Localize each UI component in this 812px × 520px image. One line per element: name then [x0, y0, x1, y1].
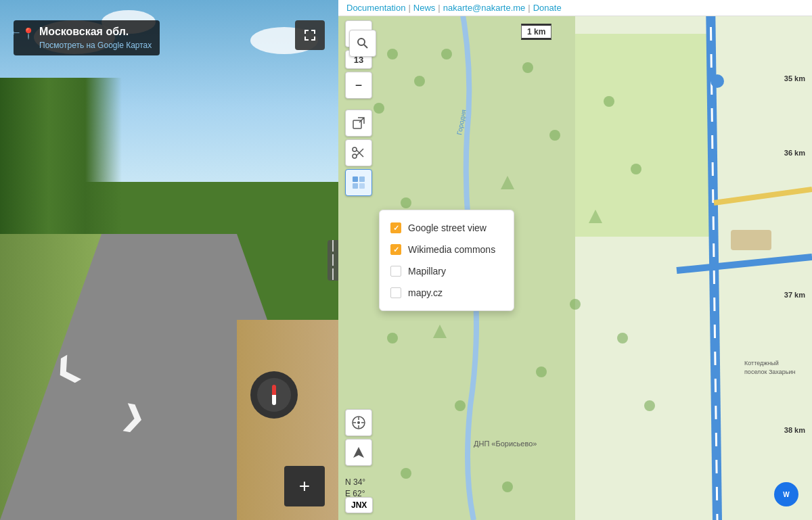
nav-donate[interactable]: Donate — [533, 3, 562, 13]
svg-text:Коттеджный: Коттеджный — [744, 360, 779, 367]
svg-point-5 — [374, 103, 384, 114]
spacer — [345, 101, 372, 107]
svg-point-13 — [570, 299, 581, 310]
svg-line-40 — [364, 45, 367, 48]
svg-text:поселок Захарьин: поселок Захарьин — [744, 369, 795, 375]
svg-rect-35 — [353, 176, 358, 182]
sep1: | — [408, 3, 410, 13]
compass-needle — [272, 385, 276, 405]
svg-point-16 — [536, 367, 547, 377]
compass-button[interactable] — [250, 371, 298, 419]
expand-icon — [303, 28, 317, 42]
svg-point-4 — [414, 76, 425, 87]
svg-point-28 — [710, 74, 724, 88]
svg-text:W: W — [783, 491, 790, 498]
sep3: | — [528, 3, 530, 13]
scissors-icon — [351, 145, 366, 160]
search-button[interactable] — [349, 30, 376, 57]
compass-map-icon — [351, 415, 366, 430]
km-marker-36: 36 km — [784, 149, 805, 157]
km-marker-38: 38 km — [784, 426, 805, 434]
compass-south — [272, 395, 276, 405]
nav-email[interactable]: nakarte@nakarte.me — [443, 3, 526, 13]
svg-point-19 — [401, 468, 411, 479]
external-link-button[interactable] — [345, 110, 372, 137]
drag-line-3 — [332, 268, 334, 280]
svg-text:ДНП «Борисьево»: ДНП «Борисьево» — [474, 440, 537, 448]
svg-point-14 — [387, 333, 398, 344]
location-button[interactable] — [345, 439, 372, 466]
popup-item-wikimedia[interactable]: Wikimedia commons — [380, 239, 514, 260]
streetview-panel: ❮ ❯ 📍 Московская обл. Посмотреть на Goog… — [0, 0, 338, 520]
drag-line-1 — [332, 240, 334, 252]
svg-rect-36 — [359, 176, 365, 182]
expand-button[interactable] — [295, 20, 325, 50]
add-button[interactable]: + — [284, 466, 325, 506]
map-service-logo: W — [780, 488, 793, 501]
search-icon — [357, 37, 369, 49]
popup-item-gsv[interactable]: Google street view — [380, 217, 514, 239]
svg-point-32 — [353, 154, 357, 158]
svg-point-39 — [358, 39, 365, 45]
svg-point-15 — [455, 400, 466, 411]
svg-point-18 — [644, 400, 655, 411]
streetview-infobox: 📍 Московская обл. Посмотреть на Google К… — [14, 20, 160, 55]
drag-handle[interactable] — [328, 240, 338, 281]
main-container: Documentation | News | nakarte@nakarte.m… — [0, 0, 812, 520]
checkbox-gsv[interactable] — [390, 222, 401, 233]
svg-line-33 — [357, 150, 363, 157]
km-marker-37: 37 km — [784, 291, 805, 299]
back-button[interactable]: ← — [9, 26, 22, 40]
popup-label-mapy: mapy.cz — [408, 287, 443, 298]
map-panel: ДНП «Борисьево» Коттеджный поселок Захар… — [338, 0, 812, 520]
location-title: Московская обл. — [39, 26, 152, 38]
checkbox-mapy[interactable] — [390, 287, 401, 298]
drag-line-2 — [332, 254, 334, 266]
checkbox-mapillary[interactable] — [390, 266, 401, 277]
nav-documentation[interactable]: Documentation — [346, 3, 405, 13]
svg-rect-2 — [575, 34, 710, 237]
svg-rect-38 — [359, 183, 365, 189]
svg-line-34 — [357, 149, 363, 156]
svg-point-10 — [631, 164, 641, 174]
svg-point-8 — [549, 130, 560, 141]
scale-bar: 1 km — [521, 24, 551, 40]
popup-label-mapillary: Mapillary — [408, 266, 446, 277]
bottom-toolbar — [345, 409, 372, 466]
popup-item-mapillary[interactable]: Mapillary — [380, 260, 514, 282]
nav-news[interactable]: News — [413, 3, 436, 13]
svg-point-17 — [617, 333, 628, 344]
svg-rect-24 — [731, 230, 771, 250]
svg-point-42 — [357, 421, 360, 424]
compass-map-button[interactable] — [345, 409, 372, 436]
location-icon: 📍 — [22, 27, 35, 40]
popup-item-mapy[interactable]: mapy.cz — [380, 282, 514, 304]
latitude: N 34° — [345, 477, 365, 488]
km-marker-35: 35 km — [784, 74, 805, 82]
svg-point-31 — [353, 147, 357, 151]
sep2: | — [438, 3, 440, 13]
svg-rect-37 — [353, 183, 358, 189]
popup-label-wikimedia: Wikimedia commons — [408, 244, 495, 255]
svg-point-7 — [522, 62, 533, 73]
svg-point-9 — [604, 96, 614, 107]
compass-inner — [257, 378, 291, 412]
external-link-icon — [353, 117, 365, 129]
svg-marker-47 — [353, 447, 364, 458]
map-service-icon[interactable]: W — [774, 482, 798, 506]
layers-popup: Google street view Wikimedia commons Map… — [379, 210, 514, 311]
coordinates-display: N 34° E 62° — [345, 477, 365, 500]
scissors-button[interactable] — [345, 139, 372, 166]
google-maps-link[interactable]: Посмотреть на Google Картах — [39, 41, 152, 50]
layers-button[interactable] — [345, 169, 372, 196]
compass-north — [272, 385, 276, 395]
layers-icon — [351, 175, 366, 190]
popup-label-gsv: Google street view — [408, 222, 487, 233]
svg-point-6 — [441, 49, 452, 60]
location-arrow-icon — [352, 446, 365, 459]
svg-point-3 — [387, 49, 398, 60]
checkbox-wikimedia[interactable] — [390, 244, 401, 255]
svg-point-11 — [401, 197, 411, 208]
longitude: E 62° — [345, 488, 365, 500]
zoom-out-button[interactable]: − — [345, 72, 372, 99]
